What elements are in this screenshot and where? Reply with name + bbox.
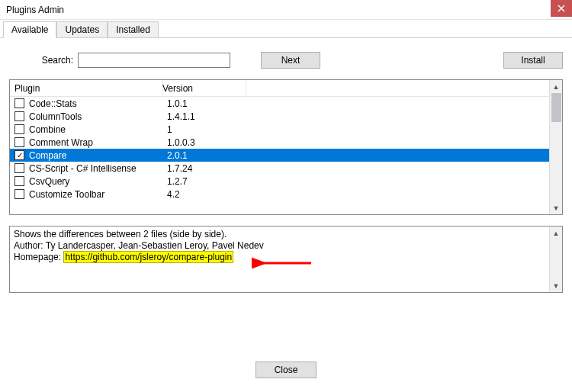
table-row[interactable]: Code::Stats1.0.1: [10, 97, 549, 110]
checkbox[interactable]: [14, 98, 24, 108]
footer: Close: [0, 361, 572, 378]
scroll-thumb[interactable]: [551, 93, 561, 122]
window-title: Plugins Admin: [6, 5, 64, 15]
plugin-name: Combine: [29, 124, 167, 135]
description-author: Author: Ty Landercasper, Jean-Sebastien …: [14, 240, 545, 252]
description-panel: Shows the differences between 2 files (s…: [9, 226, 563, 293]
plugin-name: CS-Script - C# Intellisense: [29, 163, 167, 174]
search-label: Search:: [9, 55, 78, 66]
toolbar: Search: Next Install: [0, 38, 572, 79]
plugin-version: 1: [167, 124, 251, 135]
plugin-name: Customize Toolbar: [29, 189, 167, 200]
checkbox[interactable]: [14, 189, 24, 199]
scroll-up-icon[interactable]: ▲: [550, 80, 562, 93]
desc-scrollbar[interactable]: ▲ ▼: [549, 227, 562, 292]
tab-updates[interactable]: Updates: [56, 21, 108, 37]
checkbox[interactable]: [14, 163, 24, 173]
scrollbar[interactable]: ▲ ▼: [549, 80, 562, 214]
description-text: Shows the differences between 2 files (s…: [10, 227, 549, 292]
table-row[interactable]: Combine1: [10, 123, 549, 136]
window-close-button[interactable]: [551, 0, 572, 17]
column-header-plugin[interactable]: Plugin: [10, 80, 162, 96]
close-icon: [558, 5, 565, 12]
description-line1: Shows the differences between 2 files (s…: [14, 229, 545, 240]
scroll-down-icon[interactable]: ▼: [550, 201, 562, 214]
checkbox[interactable]: ✓: [14, 150, 24, 160]
close-button[interactable]: Close: [255, 361, 317, 378]
plugin-name: CsvQuery: [29, 176, 167, 187]
plugins-admin-window: Plugins Admin Available Updates Installe…: [0, 0, 572, 392]
plugin-list: Plugin Version Code::Stats1.0.1ColumnToo…: [9, 79, 563, 215]
column-header-version[interactable]: Version: [162, 80, 246, 96]
search-input[interactable]: [78, 53, 230, 68]
titlebar: Plugins Admin: [0, 0, 572, 20]
checkbox[interactable]: [14, 124, 24, 134]
checkbox[interactable]: [14, 111, 24, 121]
plugin-version: 1.7.24: [167, 163, 251, 174]
table-row[interactable]: Customize Toolbar4.2: [10, 188, 549, 201]
checkbox[interactable]: [14, 176, 24, 186]
scroll-up-icon[interactable]: ▲: [550, 227, 562, 239]
tab-available[interactable]: Available: [3, 21, 56, 38]
description-homepage: Homepage: https://github.com/jsleroy/com…: [14, 252, 545, 263]
table-row[interactable]: CS-Script - C# Intellisense1.7.24: [10, 162, 549, 175]
next-button[interactable]: Next: [261, 52, 320, 69]
table-row[interactable]: CsvQuery1.2.7: [10, 175, 549, 188]
table-row[interactable]: Comment Wrap1.0.0.3: [10, 136, 549, 149]
plugin-version: 4.2: [167, 189, 251, 200]
plugin-version: 1.0.1: [167, 98, 251, 109]
checkbox[interactable]: [14, 137, 24, 147]
homepage-link[interactable]: https://github.com/jsleroy/compare-plugi…: [63, 251, 233, 263]
table-row[interactable]: ColumnTools1.4.1.1: [10, 110, 549, 123]
plugin-version: 1.4.1.1: [167, 111, 251, 122]
scroll-down-icon[interactable]: ▼: [550, 279, 562, 292]
table-row[interactable]: ✓Compare2.0.1: [10, 149, 549, 162]
plugin-version: 1.2.7: [167, 176, 251, 187]
plugin-name: Compare: [29, 150, 167, 161]
plugin-name: Code::Stats: [29, 98, 167, 109]
plugin-name: Comment Wrap: [29, 137, 167, 148]
plugin-name: ColumnTools: [29, 111, 167, 122]
install-button[interactable]: Install: [503, 52, 563, 69]
plugin-version: 1.0.0.3: [167, 137, 251, 148]
tab-installed[interactable]: Installed: [108, 21, 159, 37]
list-body: Code::Stats1.0.1ColumnTools1.4.1.1Combin…: [10, 97, 549, 201]
list-header: Plugin Version: [10, 80, 549, 97]
tabs: Available Updates Installed: [0, 21, 572, 38]
plugin-version: 2.0.1: [167, 150, 251, 161]
